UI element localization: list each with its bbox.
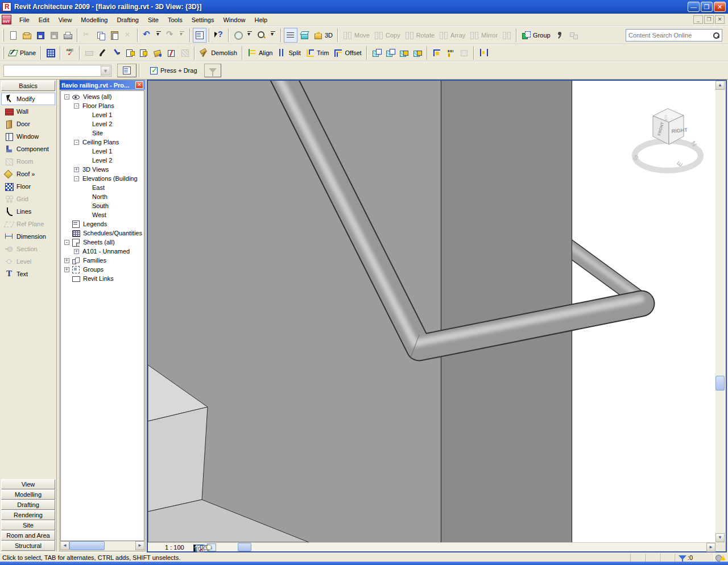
resize-button[interactable] bbox=[500, 28, 514, 43]
tree-item[interactable]: South bbox=[61, 201, 144, 210]
split-button[interactable]: Split bbox=[275, 45, 303, 60]
array-button[interactable]: Array bbox=[437, 28, 468, 43]
view-dropdown-button[interactable] bbox=[245, 28, 255, 43]
join-geometry-button[interactable] bbox=[370, 45, 383, 60]
unpin-button[interactable] bbox=[566, 28, 580, 43]
sidebar-item-refplane[interactable]: Ref Plane bbox=[1, 218, 55, 230]
demolish-pattern-button[interactable] bbox=[178, 45, 192, 60]
tree-item[interactable]: Site bbox=[61, 128, 144, 138]
project-browser-toggle-button[interactable] bbox=[193, 28, 206, 43]
menu-window[interactable]: Window bbox=[218, 15, 250, 25]
redo-dropdown-button[interactable] bbox=[177, 28, 187, 43]
align-button[interactable]: Align bbox=[245, 45, 275, 60]
menu-help[interactable]: Help bbox=[250, 15, 272, 25]
sidebar-item-window[interactable]: Window bbox=[1, 130, 55, 143]
rotate-button[interactable]: Rotate bbox=[403, 28, 437, 43]
save-button[interactable] bbox=[34, 28, 47, 43]
design-bar-tab-rendering[interactable]: Rendering bbox=[1, 510, 55, 520]
undo-dropdown-button[interactable] bbox=[154, 28, 164, 43]
menu-file[interactable]: File bbox=[15, 15, 34, 25]
save-all-button[interactable] bbox=[47, 28, 61, 43]
tree-item[interactable]: North bbox=[61, 192, 144, 201]
slab-button[interactable] bbox=[82, 45, 96, 60]
tree-item[interactable]: Level 1 bbox=[61, 147, 144, 156]
scroll-up-arrow[interactable]: ▲ bbox=[715, 81, 725, 90]
demolish-hammer-button[interactable]: Demolish bbox=[197, 45, 239, 60]
mdi-close-button[interactable]: ✕ bbox=[715, 15, 725, 24]
menu-drafting[interactable]: Drafting bbox=[112, 15, 143, 25]
undo-button[interactable] bbox=[140, 28, 154, 43]
tree-expander-icon[interactable]: - bbox=[74, 176, 79, 181]
selection-filter-cell[interactable]: :0 bbox=[675, 554, 714, 562]
tree-item[interactable]: -Sheets (all) bbox=[61, 238, 144, 247]
tree-expander-icon[interactable]: - bbox=[74, 140, 79, 145]
sidebar-item-lines[interactable]: Lines bbox=[1, 205, 55, 218]
tree-item[interactable]: +Families bbox=[61, 256, 144, 265]
cut-button[interactable] bbox=[80, 28, 94, 43]
paint-button[interactable] bbox=[151, 45, 164, 60]
design-bar-tab-drafting[interactable]: Drafting bbox=[1, 500, 55, 510]
menu-site[interactable]: Site bbox=[143, 15, 163, 25]
sidebar-item-level[interactable]: Level bbox=[1, 255, 55, 268]
dynamically-modify-view-button[interactable] bbox=[231, 28, 245, 43]
sidebar-item-component[interactable]: Component bbox=[1, 143, 55, 155]
design-bar-tab-view[interactable]: View bbox=[1, 479, 55, 489]
scroll-thumb[interactable] bbox=[238, 543, 251, 551]
uncut-geometry-button[interactable] bbox=[411, 45, 424, 60]
sidebar-item-text[interactable]: Text bbox=[1, 268, 55, 280]
mdi-minimize-button[interactable]: _ bbox=[693, 15, 703, 24]
cut-geometry-button[interactable] bbox=[397, 45, 411, 60]
sidebar-item-roof[interactable]: Roof » bbox=[1, 168, 55, 180]
tree-item[interactable]: Level 2 bbox=[61, 156, 144, 165]
tree-item[interactable]: Level 1 bbox=[61, 110, 144, 119]
zoom-button[interactable] bbox=[255, 28, 268, 43]
scroll-thumb[interactable] bbox=[715, 376, 725, 390]
view-vscrollbar[interactable]: ▲ ▼ bbox=[715, 81, 726, 542]
close-button[interactable]: ✕ bbox=[714, 2, 726, 12]
print-button[interactable] bbox=[61, 28, 75, 43]
tree-item[interactable]: -Floor Plans bbox=[61, 101, 144, 110]
opening-by-face-button[interactable] bbox=[123, 45, 137, 60]
tree-item[interactable]: -Elevations (Building bbox=[61, 174, 144, 183]
sidebar-item-wall[interactable]: Wall bbox=[1, 105, 55, 118]
menu-modelling[interactable]: Modelling bbox=[76, 15, 112, 25]
tree-expander-icon[interactable]: + bbox=[64, 267, 69, 272]
split-face-button[interactable] bbox=[164, 45, 178, 60]
properties-button[interactable] bbox=[117, 64, 136, 77]
opening-vertical-button[interactable] bbox=[137, 45, 151, 60]
design-bar-tab-structural[interactable]: Structural bbox=[1, 541, 55, 551]
opening-bracket-button[interactable] bbox=[477, 45, 490, 60]
scroll-down-arrow[interactable]: ▼ bbox=[715, 533, 725, 542]
work-plane-button[interactable]: Plane bbox=[6, 45, 38, 60]
scroll-left-arrow[interactable]: ◄ bbox=[60, 541, 69, 550]
tree-expander-icon[interactable]: - bbox=[64, 240, 69, 245]
sidebar-item-section[interactable]: Section bbox=[1, 243, 55, 255]
move-button[interactable]: Move bbox=[341, 28, 372, 43]
thin-lines-button[interactable] bbox=[284, 28, 297, 43]
tree-item[interactable]: Level 2 bbox=[61, 119, 144, 128]
menu-view[interactable]: View bbox=[54, 15, 77, 25]
sidebar-item-room[interactable]: Room bbox=[1, 155, 55, 168]
linework-button[interactable] bbox=[110, 45, 123, 60]
tree-item[interactable]: +A101 - Unnamed bbox=[61, 247, 144, 256]
search-icon[interactable] bbox=[713, 32, 719, 39]
selection-filter-icon[interactable] bbox=[679, 555, 686, 560]
press-drag-checkbox[interactable] bbox=[150, 67, 158, 74]
tree-item[interactable]: +Groups bbox=[61, 265, 144, 274]
sidebar-item-modify[interactable]: Modify bbox=[1, 93, 55, 105]
search-input[interactable] bbox=[626, 31, 713, 40]
tree-item[interactable]: Legends bbox=[61, 219, 144, 229]
default-3d-view-button[interactable] bbox=[297, 28, 311, 43]
camera-button[interactable]: 3D bbox=[311, 28, 335, 43]
minimize-button[interactable]: — bbox=[688, 2, 700, 12]
redo-button[interactable] bbox=[164, 28, 177, 43]
filter-button[interactable] bbox=[204, 64, 221, 77]
project-browser-close-icon[interactable]: ✕ bbox=[135, 81, 143, 89]
mdi-restore-button[interactable]: ❐ bbox=[704, 15, 714, 24]
scroll-right-arrow[interactable]: ► bbox=[135, 541, 144, 550]
sidebar-item-grid[interactable]: Grid bbox=[1, 193, 55, 205]
zoom-dropdown-button[interactable] bbox=[268, 28, 278, 43]
tree-item[interactable]: -Ceiling Plans bbox=[61, 138, 144, 147]
open-file-button[interactable] bbox=[20, 28, 34, 43]
tree-expander-icon[interactable]: + bbox=[74, 167, 79, 172]
